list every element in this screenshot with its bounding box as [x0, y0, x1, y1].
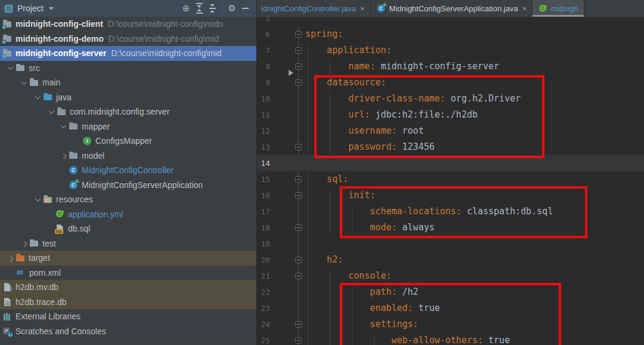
code-line-14[interactable]: 14 [257, 155, 644, 171]
code-line-20[interactable]: 20 h2: [257, 252, 644, 268]
fold-end-marker-icon[interactable] [295, 224, 302, 231]
line-number: 12 [257, 123, 270, 139]
editor-tab-idnightconfigcontroller-java[interactable]: idnightConfigController.java× [257, 0, 371, 17]
fold-end-marker-icon[interactable] [295, 144, 302, 150]
chevron-right-icon[interactable] [58, 153, 69, 158]
fold-open-marker-icon[interactable] [295, 31, 302, 38]
code-line-7[interactable]: 7 application: [257, 42, 644, 58]
fold-open-marker-icon[interactable] [295, 321, 302, 328]
tree-row-h2db-trace-db[interactable]: h2db.trace.db [0, 295, 256, 310]
class-icon: C [69, 165, 79, 175]
tree-row-midnightconfigserverapplication[interactable]: CMidnightConfigServerApplication [0, 178, 256, 193]
code-line-12[interactable]: 12 username: root [257, 123, 644, 139]
code-area[interactable]: 56spring:7 application:8 name: midnight-… [257, 17, 644, 345]
tree-item-label: midnight-config-client [16, 19, 103, 29]
tree-row-midnightconfigcontroller[interactable]: CMidnightConfigController [0, 163, 256, 178]
code-line-19[interactable]: 19 [257, 236, 644, 252]
chevron-down-icon[interactable] [32, 198, 43, 202]
code-line-8[interactable]: 8 name: midnight-config-server [257, 58, 644, 75]
yaml-value: always [397, 222, 435, 233]
fold-open-marker-icon[interactable] [295, 273, 302, 279]
tree-row-resources[interactable]: resources [0, 192, 256, 207]
tree-row-h2db-mv-db[interactable]: ?h2db.mv.db [0, 280, 256, 295]
chevron-down-icon[interactable] [5, 66, 16, 70]
chevron-down-icon[interactable] [46, 110, 57, 114]
tool-window-icon [5, 5, 13, 13]
tree-row-application-yml[interactable]: application.yml [0, 207, 256, 222]
code-line-24[interactable]: 24 settings: [257, 316, 644, 332]
line-number: 19 [257, 236, 270, 252]
tree-row-java[interactable]: java [0, 90, 256, 105]
line-number: 21 [257, 268, 270, 284]
chevron-down-icon[interactable] [58, 124, 69, 128]
tree-item-label: MidnightConfigServerApplication [82, 180, 203, 190]
fold-open-marker-icon[interactable] [295, 176, 302, 183]
yaml-value: 123456 [397, 141, 435, 152]
code-line-22[interactable]: 22 path: /h2 [257, 284, 644, 300]
chevron-down-icon[interactable] [18, 81, 29, 85]
tree-row-external-libraries[interactable]: External Libraries [0, 309, 256, 324]
tree-item-path: D:\course\midnight-config\mid [109, 34, 219, 44]
code-line-9[interactable]: 9 datasource: [257, 75, 644, 91]
yaml-value: classpath:db.sql [462, 206, 553, 217]
fold-open-marker-icon[interactable] [295, 192, 302, 199]
project-tool-window: Project ⊕⚙ midnight-config-clientD:\cour… [0, 0, 256, 345]
tree-row-midnight-config-client[interactable]: midnight-config-clientD:\course\midnight… [0, 17, 256, 32]
line-number: 11 [257, 107, 270, 123]
fold-end-marker-icon[interactable] [295, 63, 302, 70]
tree-item-label: target [29, 253, 50, 263]
tree-row-scratches-and-consoles[interactable]: Scratches and Consoles [0, 324, 256, 339]
code-line-5[interactable]: 5 [257, 17, 644, 26]
yaml-key: enabled: [305, 303, 413, 313]
chevron-right-icon[interactable] [5, 256, 16, 260]
tree-row-pom-xml[interactable]: mpom.xml [0, 266, 256, 281]
code-line-21[interactable]: 21 console: [257, 268, 644, 284]
close-icon[interactable]: × [522, 4, 527, 13]
tree-row-model[interactable]: model [0, 149, 256, 164]
tree-row-com-midnight-config-server[interactable]: com.midnight.config.server [0, 104, 256, 119]
tree-row-db-sql[interactable]: SQLdb.sql [0, 221, 256, 236]
collapse-all-icon[interactable] [206, 0, 219, 17]
tree-row-test[interactable]: test [0, 236, 256, 251]
chevron-right-icon[interactable] [18, 241, 29, 245]
close-icon[interactable]: × [360, 4, 365, 13]
unknown-file-icon: ? [2, 282, 13, 292]
chevron-down-icon[interactable] [49, 7, 54, 10]
code-line-6[interactable]: 6spring: [257, 26, 644, 42]
editor-tab-midnightconfigserverapplication-java[interactable]: CMidnightConfigServerApplication.java× [371, 0, 533, 17]
text-file-icon [2, 297, 13, 307]
tree-row-main[interactable]: main [0, 75, 256, 90]
code-line-23[interactable]: 23 enabled: true [257, 300, 644, 316]
run-line-marker-icon[interactable] [289, 70, 293, 76]
code-text: application: [257, 42, 392, 58]
fold-open-marker-icon[interactable] [295, 257, 302, 263]
tree-row-midnight-config-demo[interactable]: midnight-config-demoD:\course\midnight-c… [0, 32, 256, 47]
tree-row-src[interactable]: src [0, 61, 256, 76]
excluded-folder-icon [16, 253, 26, 263]
tree-row-mapper[interactable]: mapper [0, 119, 256, 134]
hide-icon[interactable] [239, 0, 252, 17]
code-line-25[interactable]: 25 web-allow-others: true [257, 332, 644, 345]
code-line-17[interactable]: 17 schema-locations: classpath:db.sql [257, 204, 644, 220]
code-line-13[interactable]: 13 password: 123456 [257, 139, 644, 155]
tree-row-midnight-config-server[interactable]: midnight-config-serverD:\course\midnight… [0, 46, 256, 61]
locate-icon[interactable]: ⊕ [179, 0, 193, 17]
tree-row-configsmapper[interactable]: IConfigsMapper [0, 134, 256, 149]
code-line-11[interactable]: 11 url: jdbc:h2:file:./h2db [257, 107, 644, 123]
chevron-down-icon[interactable] [32, 95, 43, 99]
fold-open-marker-icon[interactable] [295, 47, 302, 54]
code-line-10[interactable]: 10 driver-class-name: org.h2.Driver [257, 91, 644, 107]
code-text: schema-locations: classpath:db.sql [257, 204, 553, 220]
fold-open-marker-icon[interactable] [295, 79, 302, 86]
yaml-value: true [413, 303, 440, 313]
fold-end-marker-icon[interactable] [295, 337, 302, 344]
code-line-18[interactable]: 18 mode: always [257, 220, 644, 236]
yaml-key: schema-locations: [305, 206, 462, 217]
settings-icon[interactable]: ⚙ [225, 0, 239, 17]
line-number: 20 [257, 252, 270, 268]
code-line-15[interactable]: 15 sql: [257, 171, 644, 187]
expand-all-icon[interactable] [193, 0, 206, 17]
editor-tab-midnigh[interactable]: midnigh [532, 0, 584, 17]
tree-row-target[interactable]: target [0, 251, 256, 266]
code-line-16[interactable]: 16 init: [257, 187, 644, 204]
